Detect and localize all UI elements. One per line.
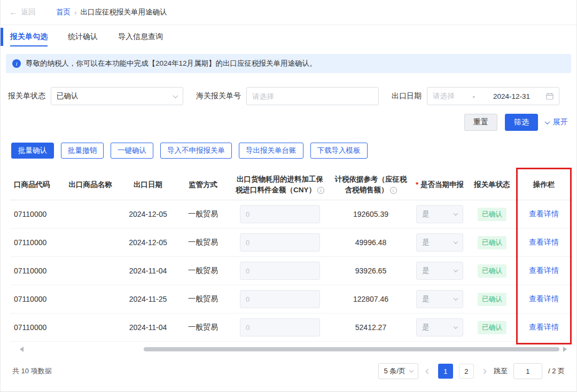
info-icon: i xyxy=(390,187,397,194)
chevron-left-icon xyxy=(425,369,431,374)
current-period-value: 是 xyxy=(422,266,430,276)
bonded-material-amount-input[interactable] xyxy=(240,262,320,280)
page-button-1[interactable]: 1 xyxy=(438,364,453,379)
required-asterisk: * xyxy=(416,181,420,189)
calendar-icon xyxy=(546,92,553,100)
tab-statistics-confirm[interactable]: 统计确认 xyxy=(68,25,98,49)
view-detail-link[interactable]: 查看详情 xyxy=(529,238,559,246)
table-row: 071100002024-12-05一般贸易49996.48是已确认查看详情 xyxy=(10,229,570,257)
export-date-range[interactable]: 请选择 - 2024-12-31 xyxy=(427,87,559,105)
date-end-value: 2024-12-31 xyxy=(493,92,530,100)
breadcrumb-current: 出口应征税报关单用途确认 xyxy=(81,7,167,17)
cell-export-date: 2024-11-04 xyxy=(121,323,175,332)
column-header-3: 出口日期 xyxy=(121,176,175,193)
cell-tax-base: 192605.39 xyxy=(329,210,413,218)
bonded-material-amount-input[interactable] xyxy=(240,205,320,223)
cell-tax-base: 93926.65 xyxy=(329,266,413,275)
cell-tax-base: 52412.27 xyxy=(329,323,413,332)
chevron-down-icon xyxy=(454,211,458,215)
current-period-value: 是 xyxy=(422,238,430,247)
column-header-7: * 是否当期申报 xyxy=(413,176,466,193)
view-detail-link[interactable]: 查看详情 xyxy=(529,323,559,331)
scroll-right-arrow-icon[interactable] xyxy=(563,347,567,352)
cell-product-code: 07110000 xyxy=(10,323,59,332)
view-detail-link[interactable]: 查看详情 xyxy=(529,209,559,218)
filter-row: 报关单状态 已确认 海关报关单号 出口日期 请选择 - 2024-12-31 xyxy=(1,87,576,105)
current-period-select[interactable]: 是 xyxy=(416,233,463,252)
current-period-select[interactable]: 是 xyxy=(416,205,463,223)
cell-tax-base: 49996.48 xyxy=(329,238,413,247)
page-button-2[interactable]: 2 xyxy=(459,364,474,379)
reset-button[interactable]: 重置 xyxy=(464,114,497,131)
action-button-4[interactable]: 导入不申报报关单 xyxy=(160,143,232,159)
date-start-placeholder: 请选择 xyxy=(433,91,455,101)
bonded-material-amount-input[interactable] xyxy=(240,290,320,308)
jump-page-input[interactable] xyxy=(513,363,542,379)
status-select[interactable]: 已确认 xyxy=(51,87,183,105)
customs-no-input[interactable] xyxy=(246,87,379,105)
notice-text: 尊敬的纳税人，你可以在本功能中完成【2024年12月属期】的出口应征税报关单用途… xyxy=(26,59,317,68)
status-badge: 已确认 xyxy=(478,264,506,278)
column-header-1: 口商品代码 xyxy=(10,176,59,193)
action-button-1[interactable]: 批量确认 xyxy=(11,143,54,159)
action-button-6[interactable]: 下载导入模板 xyxy=(310,143,368,159)
expand-label: 展开 xyxy=(553,117,568,127)
next-page-button[interactable] xyxy=(480,367,488,375)
scroll-left-arrow-icon[interactable] xyxy=(20,347,24,352)
column-header-4: 监管方式 xyxy=(175,176,231,193)
breadcrumb-home-link[interactable]: 首页 xyxy=(56,7,71,17)
current-period-select[interactable]: 是 xyxy=(416,318,463,336)
cell-export-date: 2024-12-05 xyxy=(121,210,175,218)
action-bar: 批量确认批量撤销一键确认导入不申报报关单导出报关单台账下载导入模板 xyxy=(11,143,576,159)
tab-import-info-query[interactable]: 导入信息查询 xyxy=(118,25,163,49)
cell-export-date: 2024-11-04 xyxy=(121,266,175,275)
filter-customs-no-group: 海关报关单号 xyxy=(196,87,379,105)
table-header: 口商品代码出口商品名称出口日期监管方式出口货物耗用的进料加工保税进口料件金额（C… xyxy=(10,169,570,200)
horizontal-scrollbar xyxy=(10,346,567,352)
top-bar: ← 返回 首页 › 出口应征税报关单用途确认 xyxy=(1,0,576,25)
scrollbar-thumb[interactable] xyxy=(144,347,559,351)
cell-tax-base: 122807.46 xyxy=(329,295,413,303)
info-icon: i xyxy=(317,187,324,194)
footer: 共 10 项数据 5 条/页 1 2 跳至 / 2 页 xyxy=(12,363,565,379)
cell-supervision-mode: 一般贸易 xyxy=(175,266,231,276)
expand-toggle[interactable]: 展开 xyxy=(545,117,568,127)
tab-label: 报关单勾选 xyxy=(10,32,48,42)
prev-page-button[interactable] xyxy=(424,367,432,375)
column-header-6: 计税依据参考（应征税含税销售额）i xyxy=(329,171,413,198)
current-period-value: 是 xyxy=(422,294,430,304)
cell-export-date: 2024-11-25 xyxy=(121,295,175,303)
chevron-down-icon xyxy=(454,296,458,300)
cell-supervision-mode: 一般贸易 xyxy=(175,323,231,332)
column-header-5: 出口货物耗用的进料加工保税进口料件金额（CNY）i xyxy=(231,171,329,198)
view-detail-link[interactable]: 查看详情 xyxy=(529,294,559,303)
total-pages-text: / 2 页 xyxy=(548,366,565,376)
current-period-value: 是 xyxy=(422,209,430,219)
bonded-material-amount-input[interactable] xyxy=(240,318,320,336)
pagination: 5 条/页 1 2 跳至 / 2 页 xyxy=(378,363,565,379)
page-size-select[interactable]: 5 条/页 xyxy=(378,363,418,379)
bonded-material-amount-input[interactable] xyxy=(240,233,320,252)
date-range-separator: - xyxy=(472,92,475,100)
back-button[interactable]: ← 返回 xyxy=(9,7,36,17)
filter-customs-no-label: 海关报关单号 xyxy=(196,91,241,101)
filter-button[interactable]: 筛选 xyxy=(505,114,538,131)
column-header-9: 操作栏 xyxy=(518,176,570,193)
filter-actions: 重置 筛选 展开 xyxy=(1,114,568,131)
action-button-3[interactable]: 一键确认 xyxy=(111,143,153,159)
filter-export-date-label: 出口日期 xyxy=(392,91,422,101)
chevron-down-icon xyxy=(454,268,458,272)
tab-declaration-check[interactable]: 报关单勾选 xyxy=(10,25,48,49)
view-detail-link[interactable]: 查看详情 xyxy=(529,266,559,275)
current-period-select[interactable]: 是 xyxy=(416,290,463,308)
table-row: 071100002024-12-05一般贸易192605.39是已确认查看详情 xyxy=(10,200,570,229)
status-badge: 已确认 xyxy=(478,208,506,221)
status-select-value: 已确认 xyxy=(57,91,79,101)
action-button-5[interactable]: 导出报关单台账 xyxy=(239,143,303,159)
action-button-2[interactable]: 批量撤销 xyxy=(61,143,104,159)
current-period-select[interactable]: 是 xyxy=(416,262,463,280)
total-count-text: 共 10 项数据 xyxy=(12,366,52,376)
cell-product-code: 07110000 xyxy=(10,238,59,247)
notice-banner: i 尊敬的纳税人，你可以在本功能中完成【2024年12月属期】的出口应征税报关单… xyxy=(6,54,571,73)
declarations-table: 口商品代码出口商品名称出口日期监管方式出口货物耗用的进料加工保税进口料件金额（C… xyxy=(10,169,570,342)
